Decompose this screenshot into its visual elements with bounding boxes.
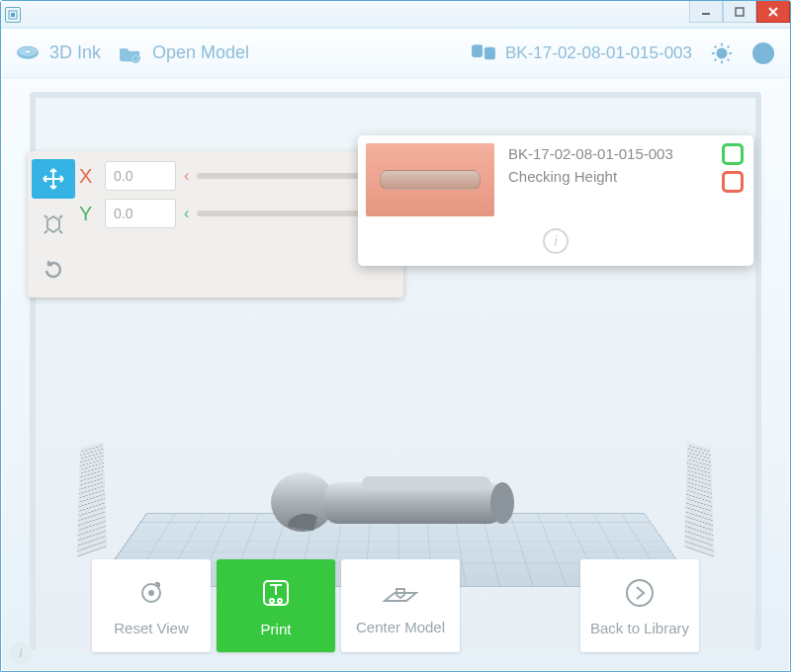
ruler-left	[77, 443, 107, 557]
viewport-3d[interactable]: X ‹ Y ‹	[2, 78, 789, 670]
svg-text:+: +	[133, 54, 137, 61]
print-label: Print	[261, 621, 292, 637]
svg-rect-11	[473, 45, 483, 56]
center-model-label: Center Model	[356, 619, 445, 635]
y-axis-label: Y	[79, 203, 97, 225]
x-axis-row: X ‹	[79, 161, 394, 191]
ink-button[interactable]: 3D Ink	[16, 42, 101, 65]
app-icon	[5, 7, 21, 23]
folder-open-icon: +	[119, 42, 142, 65]
top-toolbar: 3D Ink + Open Model BK-17-02-08-01-015-0…	[2, 29, 789, 78]
reset-view-button[interactable]: Reset View	[92, 559, 211, 652]
model-thumbnail	[366, 143, 494, 216]
svg-point-24	[278, 599, 282, 603]
rotate-tool[interactable]	[32, 250, 75, 290]
center-model-button[interactable]: Center Model	[341, 559, 460, 652]
svg-point-23	[270, 599, 274, 603]
ruler-right	[684, 443, 714, 557]
popup-model-name: BK-17-02-08-01-015-003	[508, 145, 708, 162]
help-button[interactable]	[751, 42, 775, 65]
model-status-popup: BK-17-02-08-01-015-003 Checking Height i	[358, 135, 753, 266]
svg-rect-1	[11, 13, 15, 17]
model-indicator[interactable]: BK-17-02-08-01-015-003	[472, 42, 692, 65]
ink-label: 3D Ink	[49, 42, 101, 63]
help-icon	[751, 42, 775, 65]
y-decrement[interactable]: ‹	[184, 205, 189, 222]
app-window: 3D Ink + Open Model BK-17-02-08-01-015-0…	[0, 0, 791, 672]
settings-button[interactable]	[710, 42, 734, 65]
y-value-input[interactable]	[105, 199, 176, 228]
popup-status-text: Checking Height	[508, 168, 708, 185]
svg-point-25	[627, 580, 653, 606]
spool-icon	[16, 42, 40, 65]
back-to-library-button[interactable]: Back to Library	[580, 559, 699, 652]
current-model-name: BK-17-02-08-01-015-003	[505, 43, 692, 63]
svg-point-21	[149, 591, 153, 595]
viewport-info-button[interactable]: i	[10, 642, 32, 664]
open-model-button[interactable]: + Open Model	[119, 42, 249, 65]
back-to-library-label: Back to Library	[590, 620, 689, 636]
reset-view-label: Reset View	[114, 620, 189, 636]
maximize-button[interactable]	[723, 1, 756, 23]
svg-point-19	[490, 482, 514, 524]
x-decrement[interactable]: ‹	[184, 167, 189, 185]
svg-rect-3	[736, 8, 744, 16]
popup-info-button[interactable]: i	[543, 228, 569, 254]
status-indicator-ok	[722, 143, 744, 165]
print-button[interactable]: Print	[217, 559, 335, 652]
gear-icon	[710, 42, 734, 65]
app-area: 3D Ink + Open Model BK-17-02-08-01-015-0…	[2, 29, 789, 670]
move-tool[interactable]	[32, 159, 75, 199]
transform-panel: X ‹ Y ‹	[28, 151, 403, 297]
open-model-label: Open Model	[152, 42, 249, 63]
close-button[interactable]	[756, 1, 790, 23]
minimize-button[interactable]	[689, 1, 723, 23]
svg-rect-12	[485, 47, 495, 58]
svg-point-15	[762, 58, 763, 59]
titlebar[interactable]	[1, 1, 790, 29]
x-axis-label: X	[79, 165, 97, 188]
svg-rect-18	[362, 476, 490, 490]
printer-icon	[472, 42, 495, 65]
y-axis-row: Y ‹	[79, 199, 394, 228]
status-indicator-error	[722, 171, 744, 193]
scale-tool[interactable]	[32, 205, 75, 244]
svg-point-13	[717, 48, 726, 57]
svg-point-8	[25, 49, 32, 52]
x-value-input[interactable]	[105, 161, 176, 191]
model-mesh[interactable]	[263, 453, 540, 542]
bottom-button-bar: Reset View Print Center Model Back to Li…	[2, 559, 789, 652]
